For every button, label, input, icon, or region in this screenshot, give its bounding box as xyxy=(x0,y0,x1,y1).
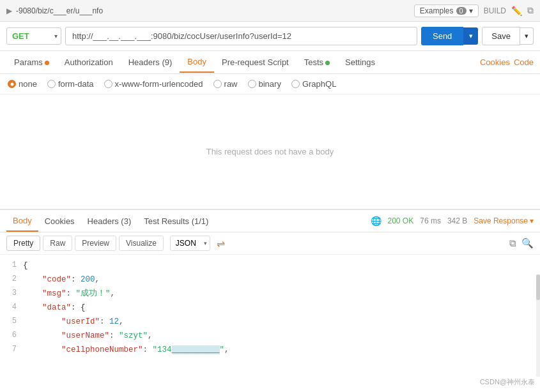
save-button-group: Save ▾ xyxy=(482,27,534,45)
params-dot xyxy=(45,61,49,65)
request-bar: GET POST PUT DELETE PATCH Send ▾ Save ▾ xyxy=(0,22,540,51)
body-binary-option[interactable]: binary xyxy=(248,79,281,89)
raw-button[interactable]: Raw xyxy=(43,236,72,251)
response-size: 342 B xyxy=(447,216,467,225)
send-button-group: Send ▾ xyxy=(421,27,478,45)
tests-dot xyxy=(325,61,330,65)
json-line-7: 7 "cellphoneNumber": "134__________", xyxy=(0,343,540,357)
status-badge: 200 OK xyxy=(388,216,414,225)
json-line-2: 2 "code": 200, xyxy=(0,273,540,287)
response-toolbar: Pretty Raw Preview Visualize JSON XML HT… xyxy=(0,232,540,255)
body-raw-option[interactable]: raw xyxy=(213,79,238,89)
resp-tab-cookies[interactable]: Cookies xyxy=(38,211,81,231)
body-none-option[interactable]: none xyxy=(8,79,37,89)
top-bar-right: Examples 0 ▾ BUILD ✏️ ⧉ xyxy=(414,4,534,17)
response-time: 76 ms xyxy=(420,216,441,225)
body-graphql-option[interactable]: GraphQL xyxy=(291,79,336,89)
pretty-button[interactable]: Pretty xyxy=(6,236,40,251)
tab-settings[interactable]: Settings xyxy=(337,52,383,72)
cookies-link[interactable]: Cookies xyxy=(480,57,510,67)
body-formdata-label: form-data xyxy=(58,79,94,89)
visualize-button[interactable]: Visualize xyxy=(119,236,164,251)
body-formdata-option[interactable]: form-data xyxy=(47,79,94,89)
scrollbar-thumb[interactable] xyxy=(536,275,540,300)
tab-body[interactable]: Body xyxy=(180,52,214,73)
format-select[interactable]: JSON XML HTML Text xyxy=(170,236,210,251)
format-select-wrap[interactable]: JSON XML HTML Text xyxy=(170,236,210,251)
save-dropdown-button[interactable]: ▾ xyxy=(520,27,534,45)
response-tabs-bar: Body Cookies Headers (3) Test Results (1… xyxy=(0,209,540,232)
radio-none-dot xyxy=(8,80,16,88)
build-button[interactable]: BUILD xyxy=(484,6,506,15)
code-link[interactable]: Code xyxy=(514,57,534,67)
json-line-1: 1 { xyxy=(0,259,540,273)
response-tool-right: ⧉ 🔍 xyxy=(509,237,534,249)
save-response-button[interactable]: Save Response ▾ xyxy=(474,216,534,225)
scrollbar-track xyxy=(536,275,540,377)
body-options-bar: none form-data x-www-form-urlencoded raw… xyxy=(0,74,540,94)
json-response-content: 1 { 2 "code": 200, 3 "msg": "成功！", 4 "da… xyxy=(0,255,540,357)
send-button[interactable]: Send xyxy=(421,27,463,45)
radio-graphql-dot xyxy=(291,80,300,88)
resp-tab-testresults[interactable]: Test Results (1/1) xyxy=(137,211,215,231)
wrap-icon[interactable]: ⇌ xyxy=(217,237,225,250)
radio-raw-dot xyxy=(213,80,222,88)
body-none-label: none xyxy=(19,79,37,89)
resp-tab-body[interactable]: Body xyxy=(6,211,38,232)
save-button[interactable]: Save xyxy=(482,27,520,45)
method-select-wrap[interactable]: GET POST PUT DELETE PATCH xyxy=(6,27,61,45)
nav-arrow-icon[interactable]: ▶ xyxy=(6,6,12,15)
radio-formdata-dot xyxy=(47,80,56,88)
top-bar-left: ▶ -9080/biz/c___er/u___nfo xyxy=(6,6,414,15)
edit-icon[interactable]: ✏️ xyxy=(511,6,522,16)
save-response-chevron-icon: ▾ xyxy=(530,216,534,225)
body-raw-label: raw xyxy=(224,79,238,89)
chevron-down-icon: ▾ xyxy=(469,6,473,15)
radio-urlencoded-dot xyxy=(104,80,112,88)
body-urlencoded-option[interactable]: x-www-form-urlencoded xyxy=(104,79,203,89)
response-meta: 🌐 200 OK 76 ms 342 B Save Response ▾ xyxy=(371,216,534,226)
globe-icon: 🌐 xyxy=(371,216,382,226)
body-urlencoded-label: x-www-form-urlencoded xyxy=(115,79,203,89)
watermark: CSDN@神州永泰 xyxy=(480,377,535,387)
tabs-right-links: Cookies Code xyxy=(480,57,534,67)
expand-icon[interactable]: ⧉ xyxy=(527,5,534,16)
top-bar: ▶ -9080/biz/c___er/u___nfo Examples 0 ▾ … xyxy=(0,0,540,22)
tab-tests[interactable]: Tests xyxy=(297,52,337,72)
no-body-message: This request does not have a body xyxy=(0,94,540,209)
json-line-3: 3 "msg": "成功！", xyxy=(0,287,540,301)
examples-button[interactable]: Examples 0 ▾ xyxy=(414,4,479,17)
tab-authorization[interactable]: Authorization xyxy=(57,52,121,72)
tab-headers[interactable]: Headers (9) xyxy=(121,52,180,72)
top-bar-url: -9080/biz/c___er/u___nfo xyxy=(16,6,103,15)
request-tabs-bar: Params Authorization Headers (9) Body Pr… xyxy=(0,51,540,74)
json-line-5: 5 "userId": 12, xyxy=(0,315,540,329)
body-graphql-label: GraphQL xyxy=(302,79,336,89)
json-line-6: 6 "userName": "szyt", xyxy=(0,329,540,343)
search-icon[interactable]: 🔍 xyxy=(521,237,534,249)
method-select[interactable]: GET POST PUT DELETE PATCH xyxy=(6,27,61,45)
preview-button[interactable]: Preview xyxy=(75,236,116,251)
tab-params[interactable]: Params xyxy=(6,52,57,72)
json-line-4: 4 "data": { xyxy=(0,301,540,315)
copy-icon[interactable]: ⧉ xyxy=(509,237,516,249)
body-binary-label: binary xyxy=(259,79,281,89)
url-input[interactable] xyxy=(65,27,417,45)
radio-binary-dot xyxy=(248,80,256,88)
resp-tab-headers[interactable]: Headers (3) xyxy=(81,211,138,231)
send-dropdown-button[interactable]: ▾ xyxy=(463,27,478,45)
tab-prerequest[interactable]: Pre-request Script xyxy=(214,52,297,72)
